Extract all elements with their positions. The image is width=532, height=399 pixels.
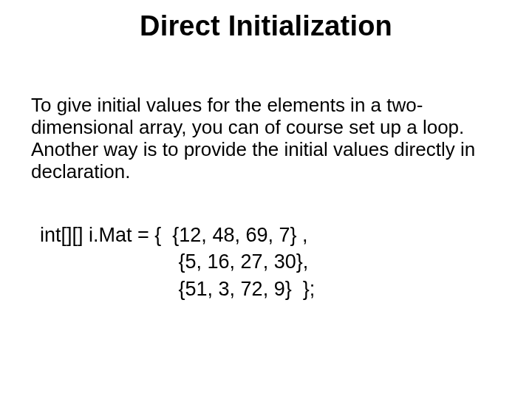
slide: Direct Initialization To give initial va…	[0, 0, 532, 399]
code-example: int[][] i.Mat = { {12, 48, 69, 7} , {5, …	[40, 222, 492, 302]
slide-title: Direct Initialization	[0, 10, 532, 42]
body-paragraph: To give initial values for the elements …	[31, 95, 501, 183]
